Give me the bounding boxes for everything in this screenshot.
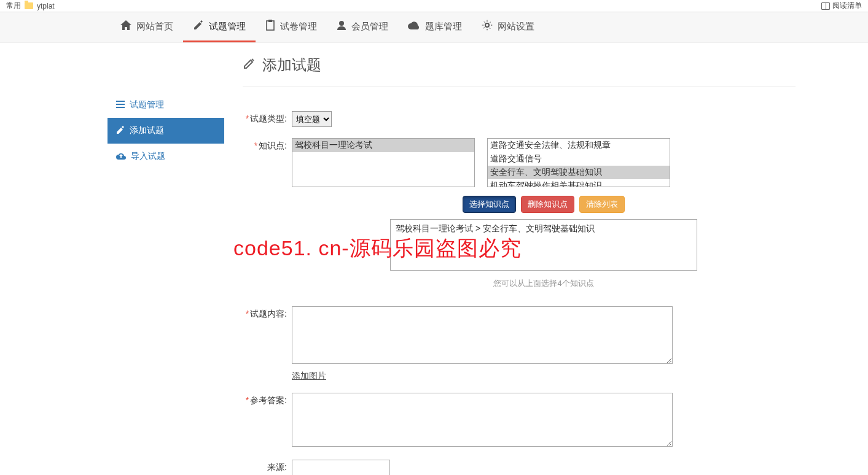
sidebar-item-label: 试题管理 [130, 99, 164, 110]
list-icon [116, 100, 125, 110]
folder-icon [25, 2, 33, 9]
nav-label: 网站设置 [498, 21, 534, 33]
nav-label: 网站首页 [136, 21, 173, 33]
svg-rect-0 [267, 21, 274, 30]
nav-label: 试题管理 [209, 21, 246, 33]
selected-kp-path: 驾校科目一理论考试 > 安全行车、文明驾驶基础知识 [396, 223, 692, 234]
label-source: 来源: [243, 460, 292, 473]
user-icon [337, 20, 346, 33]
book-icon [821, 2, 830, 10]
clear-list-button[interactable]: 清除列表 [579, 196, 625, 213]
list-item[interactable]: 驾校科目一理论考试 [292, 139, 474, 152]
sidebar-item-label: 导入试题 [131, 151, 165, 162]
nav-label: 题库管理 [425, 21, 462, 33]
page-title-text: 添加试题 [262, 55, 321, 75]
sidebar: 试题管理 添加试题 导入试题 [108, 92, 224, 475]
sidebar-item-manage[interactable]: 试题管理 [108, 92, 224, 118]
sidebar-item-label: 添加试题 [130, 125, 164, 136]
question-type-select[interactable]: 填空题 [292, 111, 332, 127]
reading-list[interactable]: 阅读清单 [821, 1, 862, 11]
nav-members[interactable]: 会员管理 [327, 12, 398, 42]
label-knowledge: *知识点: [243, 138, 292, 152]
nav-label: 会员管理 [351, 21, 388, 33]
nav-exams[interactable]: 试卷管理 [256, 12, 327, 42]
main-nav: 网站首页 试题管理 试卷管理 会员管理 题库管理 网站设置 [0, 12, 868, 43]
source-input[interactable] [292, 460, 390, 475]
kp-right-list[interactable]: 道路交通安全法律、法规和规章 道路交通信号 安全行车、文明驾驶基础知识 机动车驾… [487, 138, 670, 187]
answer-textarea[interactable] [292, 393, 673, 447]
delete-kp-button[interactable]: 删除知识点 [521, 196, 574, 213]
kp-left-list[interactable]: 驾校科目一理论考试 [292, 138, 475, 187]
list-item[interactable]: 道路交通安全法律、法规和规章 [488, 139, 670, 152]
svg-point-3 [485, 23, 489, 27]
cloud-icon [408, 21, 420, 32]
list-item[interactable]: 机动车驾驶操作相关基础知识 [488, 179, 670, 187]
page-title: 添加试题 [243, 55, 796, 87]
nav-home[interactable]: 网站首页 [111, 12, 183, 42]
question-content-textarea[interactable] [292, 306, 673, 364]
nav-questions[interactable]: 试题管理 [183, 12, 256, 42]
add-image-link[interactable]: 添加图片 [292, 371, 326, 382]
home-icon [120, 20, 131, 33]
svg-rect-1 [268, 20, 272, 22]
nav-bank[interactable]: 题库管理 [398, 12, 472, 42]
list-item[interactable]: 道路交通信号 [488, 152, 670, 166]
edit-icon [243, 56, 256, 74]
upload-icon [116, 152, 126, 161]
topbar-label: 常用 [6, 1, 21, 11]
list-item[interactable]: 安全行车、文明驾驶基础知识 [488, 166, 670, 179]
clipboard-icon [265, 20, 275, 33]
topbar-folder[interactable]: ytplat [37, 2, 55, 10]
nav-label: 试卷管理 [280, 21, 317, 33]
reading-list-label: 阅读清单 [832, 1, 862, 11]
kp-hint: 您可以从上面选择4个知识点 [292, 278, 796, 289]
sidebar-item-add[interactable]: 添加试题 [108, 118, 224, 144]
browser-topbar: 常用 ytplat 阅读清单 [0, 0, 868, 12]
nav-settings[interactable]: 网站设置 [472, 12, 544, 42]
sidebar-item-import[interactable]: 导入试题 [108, 144, 224, 169]
cog-icon [482, 20, 493, 33]
svg-point-2 [339, 21, 344, 26]
edit-icon [116, 126, 125, 136]
label-type: *试题类型: [243, 111, 292, 125]
select-kp-button[interactable]: 选择知识点 [463, 196, 516, 213]
selected-kp-area[interactable]: 驾校科目一理论考试 > 安全行车、文明驾驶基础知识 [390, 219, 697, 271]
edit-icon [193, 20, 204, 33]
label-content: *试题内容: [243, 306, 292, 320]
label-answer: *参考答案: [243, 393, 292, 406]
content: 添加试题 *试题类型: 填空题 *知识点: 驾校科目一理论考试 道路交通安全法律… [224, 55, 814, 475]
